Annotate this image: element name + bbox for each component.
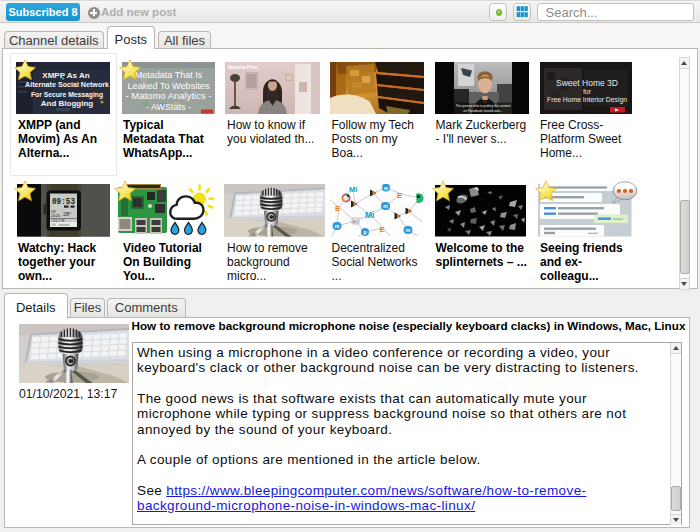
svg-text:Natasha Pilon: Natasha Pilon	[228, 65, 258, 70]
svg-text:E: E	[335, 204, 341, 213]
svg-text:m: m	[383, 203, 388, 209]
svg-text:E: E	[379, 225, 385, 234]
svg-text:E: E	[397, 191, 403, 200]
svg-text:- Matomo Analytics -: - Matomo Analytics -	[125, 91, 211, 101]
svg-text:28°: 28°	[63, 211, 71, 217]
svg-text:w: w	[383, 185, 388, 191]
svg-text:#26.2°B: #26.2°B	[51, 219, 65, 223]
svg-text:- AWStats -: - AWStats -	[145, 102, 190, 112]
svg-text:m: m	[334, 223, 339, 229]
svg-text:SO: SO	[352, 219, 358, 224]
svg-text:The person who is putting the: The person who is putting the content	[455, 104, 510, 108]
svg-text:Free Home Interior Design: Free Home Interior Design	[547, 95, 627, 104]
svg-text:Mi: Mi	[365, 210, 374, 220]
svg-text:for: for	[582, 88, 591, 95]
svg-text:on Facebook should own...: on Facebook should own...	[463, 109, 502, 113]
svg-text:XMPP As An: XMPP As An	[42, 71, 89, 80]
svg-text:Sweet Home 3D: Sweet Home 3D	[556, 78, 618, 88]
svg-text:Mi: Mi	[349, 185, 357, 194]
svg-text:2020: 2020	[51, 213, 61, 218]
svg-text:m: m	[405, 227, 410, 233]
svg-text:Alternate Social Network: Alternate Social Network	[25, 80, 109, 89]
svg-text:Leaked To Websites: Leaked To Websites	[127, 81, 210, 91]
svg-text:09:53: 09:53	[52, 197, 75, 207]
svg-text:p: p	[363, 229, 366, 235]
svg-text:And Blogging: And Blogging	[41, 99, 94, 108]
svg-text:For Secure Messaging: For Secure Messaging	[31, 90, 103, 99]
svg-text:Metadata That Is: Metadata That Is	[134, 70, 202, 80]
